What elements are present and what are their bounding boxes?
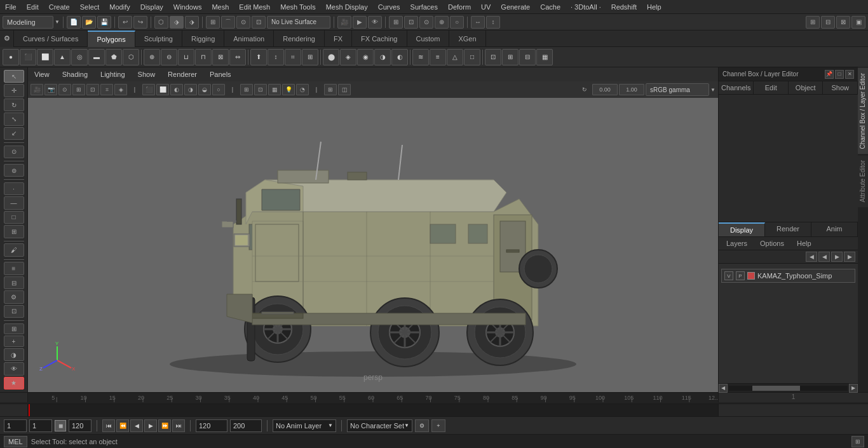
char-set-dropdown[interactable]: No Character Set ▼ bbox=[347, 419, 412, 432]
menu-item-display[interactable]: Display bbox=[135, 2, 168, 12]
shelf-separate-icon[interactable]: ⊖ bbox=[161, 49, 177, 65]
help-subtab[interactable]: Help bbox=[792, 238, 817, 248]
layer-back2-btn[interactable]: ◀ bbox=[818, 252, 830, 262]
vt-shade1-btn[interactable]: ⬛ bbox=[142, 84, 155, 95]
rotate-tool-btn[interactable]: ↻ bbox=[4, 98, 24, 111]
menu-item-surfaces[interactable]: Surfaces bbox=[405, 2, 443, 12]
timeline-track[interactable] bbox=[28, 404, 718, 416]
vt-grid-btn[interactable]: ⊞ bbox=[324, 84, 337, 95]
mel-label[interactable]: MEL bbox=[4, 436, 27, 447]
shelf-bridge-icon[interactable]: ↕ bbox=[268, 49, 284, 65]
timeline-playbar[interactable] bbox=[0, 404, 868, 416]
shelf-combine-icon[interactable]: ⊕ bbox=[144, 49, 160, 65]
layout-btn1[interactable]: ⊞ bbox=[806, 16, 820, 29]
shelf-bevel-icon[interactable]: ⌗ bbox=[285, 49, 301, 65]
shelf-cylinder-icon[interactable]: ⬜ bbox=[37, 49, 53, 65]
shelf-boolintersect-icon[interactable]: ⊓ bbox=[195, 49, 212, 65]
layer-playback-btn[interactable]: P bbox=[736, 271, 745, 280]
vt-shadows-btn[interactable]: ◔ bbox=[296, 84, 309, 95]
char-set-add-btn[interactable]: + bbox=[431, 419, 445, 432]
lasso-btn[interactable]: ⬗ bbox=[170, 16, 184, 29]
panel-anim-tab[interactable]: Anim bbox=[811, 222, 858, 236]
render-btn[interactable]: ▶ bbox=[353, 16, 367, 29]
node-editor-btn[interactable]: ⊡ bbox=[4, 305, 24, 318]
undo-btn[interactable]: ↩ bbox=[118, 16, 132, 29]
snap-to-grid-lt-btn[interactable]: + bbox=[4, 336, 24, 347]
extra1-btn[interactable]: ↔ bbox=[471, 16, 485, 29]
tab-sculpting[interactable]: Sculpting bbox=[135, 31, 182, 47]
tool5-btn[interactable]: ○ bbox=[450, 16, 464, 29]
display-btn[interactable]: 👁 bbox=[368, 16, 382, 29]
vt-tx-field[interactable]: 0.00 bbox=[592, 84, 618, 95]
panel-object-tab[interactable]: Object bbox=[789, 81, 824, 94]
select-tool-btn[interactable]: ↖ bbox=[4, 70, 24, 83]
vt-snap4-btn[interactable]: ◈ bbox=[114, 84, 127, 95]
playback-end-field[interactable] bbox=[196, 419, 227, 432]
menu-item-create[interactable]: Create bbox=[44, 2, 75, 12]
hide-selected-btn[interactable]: 👁 bbox=[4, 362, 24, 375]
shelf-boolunion-icon[interactable]: ⊔ bbox=[178, 49, 194, 65]
shelf-uvunfold-icon[interactable]: ⊟ bbox=[519, 49, 536, 65]
snap-surface-btn[interactable]: ⊡ bbox=[252, 16, 266, 29]
tab-xgen[interactable]: XGen bbox=[449, 31, 485, 47]
shelf-merge-icon[interactable]: ◐ bbox=[391, 49, 408, 65]
shelf-cone-icon[interactable]: ▲ bbox=[54, 49, 71, 65]
panel-scroll-left-btn[interactable]: ◀ bbox=[719, 384, 728, 393]
layer-fwd2-btn[interactable]: ▶ bbox=[844, 252, 855, 262]
shelf-smooth-icon[interactable]: ≋ bbox=[412, 49, 429, 65]
shelf-uvmap-icon[interactable]: ⊞ bbox=[502, 49, 519, 65]
vt-shade2-btn[interactable]: ⬜ bbox=[156, 84, 169, 95]
snap-grid-btn[interactable]: ⊞ bbox=[206, 16, 220, 29]
menu-item-help[interactable]: Help bbox=[642, 2, 667, 12]
shelf-uvlayout-icon[interactable]: ▦ bbox=[536, 49, 553, 65]
skip-end-btn[interactable]: ⏭ bbox=[172, 419, 185, 432]
workspace-dropdown[interactable]: Modeling bbox=[3, 16, 53, 29]
vt-resolution2-btn[interactable]: ⊡ bbox=[254, 84, 267, 95]
vt-ty-field[interactable]: 1.00 bbox=[619, 84, 644, 95]
menu-item-curves[interactable]: Curves bbox=[373, 2, 405, 12]
tab-rendering[interactable]: Rendering bbox=[274, 31, 325, 47]
last-tool-btn[interactable]: ↙ bbox=[4, 127, 24, 140]
shelf-triangulate-icon[interactable]: △ bbox=[447, 49, 463, 65]
shelf-ring-icon[interactable]: ◈ bbox=[340, 49, 356, 65]
panel-render-tab[interactable]: Render bbox=[765, 222, 811, 236]
component-face-btn[interactable]: □ bbox=[4, 211, 24, 224]
playhead[interactable] bbox=[29, 404, 30, 416]
move-tool-btn[interactable]: ✛ bbox=[4, 84, 24, 97]
layout-btn3[interactable]: ⊠ bbox=[836, 16, 850, 29]
shelf-quadrangulate-icon[interactable]: □ bbox=[464, 49, 480, 65]
menu-item-modify[interactable]: Modify bbox=[104, 2, 135, 12]
menu-item-edit[interactable]: Edit bbox=[22, 2, 44, 12]
vt-shade3-btn[interactable]: ◐ bbox=[170, 84, 183, 95]
shelf-extrude-icon[interactable]: ⬆ bbox=[250, 49, 267, 65]
viewport-panels-menu[interactable]: Panels bbox=[207, 69, 234, 79]
menu-item-select[interactable]: Select bbox=[75, 2, 105, 12]
range-end-field[interactable] bbox=[69, 419, 92, 432]
shelf-offset-icon[interactable]: ◉ bbox=[357, 49, 374, 65]
vt-cam2-btn[interactable]: 📷 bbox=[44, 84, 57, 95]
panel-maximize-btn[interactable]: □ bbox=[835, 70, 844, 79]
skip-start-btn[interactable]: ⏮ bbox=[102, 419, 115, 432]
shelf-cube-icon[interactable]: ⬛ bbox=[20, 49, 36, 65]
paint-skin-btn[interactable]: 🖌 bbox=[4, 243, 24, 256]
layout-btn2[interactable]: ⊟ bbox=[821, 16, 835, 29]
outliner-btn[interactable]: ≡ bbox=[4, 262, 24, 275]
scale-tool-btn[interactable]: ⤡ bbox=[4, 112, 24, 125]
make-live-btn[interactable]: ★ bbox=[4, 377, 24, 390]
tab-fx-caching[interactable]: FX Caching bbox=[352, 31, 407, 47]
xray-btn[interactable]: ◑ bbox=[4, 348, 24, 361]
panel-show-tab[interactable]: Show bbox=[823, 81, 858, 94]
shelf-inset-icon[interactable]: ⊞ bbox=[302, 49, 318, 65]
menu-item-3dtool[interactable]: · 3DtoAll · bbox=[566, 2, 606, 12]
component-vertex-btn[interactable]: · bbox=[4, 182, 24, 195]
menu-item-mesh[interactable]: Mesh bbox=[207, 2, 234, 12]
save-file-btn[interactable]: 💾 bbox=[97, 16, 111, 29]
component-edge-btn[interactable]: — bbox=[4, 196, 24, 209]
tab-animation[interactable]: Animation bbox=[224, 31, 274, 47]
side-tab-attr-editor[interactable]: Attribute Editor bbox=[858, 154, 868, 207]
vt-lights-btn[interactable]: 💡 bbox=[282, 84, 295, 95]
paint-btn[interactable]: ⬗ bbox=[185, 16, 199, 29]
viewport-lighting-menu[interactable]: Lighting bbox=[98, 69, 128, 79]
side-tab-channel-box[interactable]: Channel Box / Layer Editor bbox=[858, 67, 868, 154]
menu-item-redshift[interactable]: Redshift bbox=[606, 2, 642, 12]
